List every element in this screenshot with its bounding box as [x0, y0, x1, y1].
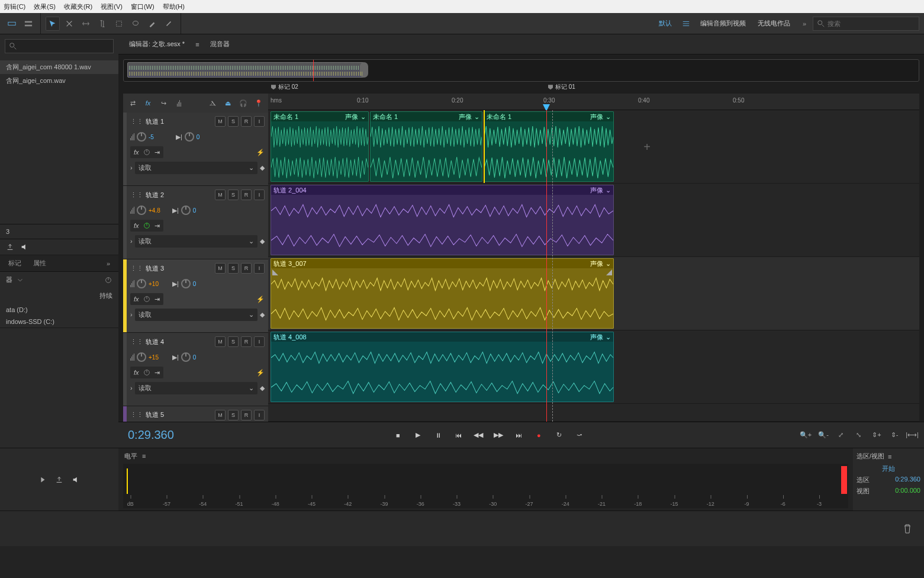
marker-02[interactable]: 标记 02: [271, 83, 298, 91]
pan-knob[interactable]: [181, 279, 191, 288]
lasso-tool-button[interactable]: [128, 17, 143, 31]
lightning-icon[interactable]: ⚡: [256, 369, 265, 377]
mute-button[interactable]: M: [215, 190, 226, 200]
track-lane-2[interactable]: 轨道 2_004声像 ⌄: [268, 184, 919, 257]
solo-button[interactable]: S: [228, 336, 239, 347]
power-icon[interactable]: [143, 295, 151, 303]
input-monitor-button[interactable]: I: [254, 336, 265, 347]
audio-clip[interactable]: 未命名 1声像 ⌄: [271, 111, 369, 182]
overview-handle[interactable]: [360, 62, 368, 78]
record-arm-button[interactable]: R: [241, 116, 252, 127]
mute-button[interactable]: M: [215, 410, 226, 420]
volume-knob[interactable]: [137, 132, 146, 142]
track-grip-icon[interactable]: ⋮⋮: [130, 118, 143, 126]
record-arm-button[interactable]: R: [241, 410, 252, 420]
tab-marker[interactable]: 标记: [2, 256, 27, 270]
marker-01[interactable]: 标记 01: [548, 83, 575, 91]
levels-meter[interactable]: dB -57 -54 -51 -48 -45 -42 -39 -36 -33 -…: [123, 464, 848, 508]
zoom-in-icon[interactable]: 🔍+: [799, 428, 813, 442]
play-small-icon[interactable]: [38, 476, 47, 484]
lightning-icon[interactable]: ⚡: [256, 296, 265, 303]
track-grip-icon[interactable]: ⋮⋮: [130, 338, 143, 346]
help-search-box[interactable]: [813, 17, 919, 31]
fx-route-icon[interactable]: ⇥: [154, 369, 160, 377]
playhead-line[interactable]: [546, 110, 547, 422]
mute-button[interactable]: M: [215, 116, 226, 127]
play-button[interactable]: ▶: [410, 427, 426, 444]
headphone-icon[interactable]: 🎧: [237, 97, 249, 109]
metronome-icon[interactable]: Ⲇ: [207, 97, 218, 109]
fx-route-icon[interactable]: ⇥: [154, 222, 160, 230]
zoom-fit-icon[interactable]: ⤢: [834, 428, 848, 442]
automation-mode[interactable]: 读取⌄: [135, 235, 257, 248]
expand-icon[interactable]: ›: [130, 164, 133, 171]
input-monitor-button[interactable]: I: [254, 410, 265, 420]
move-tool-button[interactable]: [46, 17, 60, 31]
track-name[interactable]: 轨道 2: [146, 191, 213, 200]
menu-help[interactable]: 帮助(H): [163, 2, 185, 11]
volume-value[interactable]: +4.8: [149, 207, 162, 214]
menu-edit[interactable]: 剪辑(C): [4, 2, 25, 11]
audio-clip[interactable]: 轨道 2_004声像 ⌄: [271, 185, 614, 255]
fx-toggle-icon[interactable]: fx: [142, 97, 154, 109]
trash-icon[interactable]: [903, 524, 912, 534]
marquee-tool-button[interactable]: [112, 17, 126, 31]
zoom-v-out-icon[interactable]: ⇕-: [887, 428, 902, 442]
track-lane-1[interactable]: 未命名 1声像 ⌄ 未命名 1声像 ⌄ 未命名 1声像 ⌄: [268, 110, 919, 184]
snap-icon[interactable]: ⏏: [222, 97, 234, 109]
rewind-button[interactable]: ◀◀: [470, 427, 487, 444]
pause-button[interactable]: ⏸: [430, 427, 446, 444]
tab-editor[interactable]: 编辑器: 之歌.sesx *: [123, 37, 191, 51]
pan-value[interactable]: 0: [193, 207, 206, 214]
volume-knob[interactable]: [137, 279, 146, 288]
menu-view[interactable]: 视图(V): [101, 2, 123, 11]
pan-value[interactable]: 0: [193, 281, 206, 287]
solo-button[interactable]: S: [228, 116, 239, 127]
marker-bar[interactable]: 标记 02 标记 01: [123, 83, 919, 94]
record-arm-button[interactable]: R: [241, 190, 252, 200]
send-icon[interactable]: ↪: [157, 97, 169, 109]
pan-knob[interactable]: [181, 205, 191, 215]
track-lane-3[interactable]: 轨道 3_007声像 ⌄: [268, 257, 919, 330]
automation-mode[interactable]: 读取⌄: [135, 162, 257, 174]
track-name[interactable]: 轨道 3: [146, 264, 213, 273]
timeline[interactable]: hms 0:10 0:20 0:30 0:40 0:50 未命名 1声像 ⌄: [268, 94, 919, 422]
chevron-down-icon[interactable]: [16, 276, 24, 284]
menu-window[interactable]: 窗口(W): [131, 2, 154, 11]
record-button[interactable]: ●: [530, 427, 547, 444]
pan-value[interactable]: 0: [193, 354, 206, 361]
razor-tool-button[interactable]: [62, 17, 76, 31]
workspace-radio[interactable]: 无线电作品: [752, 17, 796, 30]
file-item[interactable]: 含网_aigei_com.wav: [0, 74, 118, 88]
track-head-4[interactable]: ⋮⋮轨道 4MSRI +15▶|0 fx⇥⚡ ›读取⌄◆: [123, 333, 268, 406]
track-name[interactable]: 轨道 1: [146, 117, 213, 126]
overview-region[interactable]: [127, 62, 364, 78]
overview-bar[interactable]: [123, 59, 919, 82]
volume-value[interactable]: +10: [149, 281, 162, 287]
audio-clip[interactable]: 未命名 1声像 ⌄: [484, 111, 614, 182]
slip-tool-button[interactable]: [79, 17, 93, 31]
track-name[interactable]: 轨道 5: [146, 410, 213, 419]
panel-more-icon[interactable]: »: [101, 258, 116, 269]
sel-value[interactable]: 0:29.360: [895, 476, 920, 484]
time-select-tool-button[interactable]: [95, 17, 110, 31]
tab-mixer[interactable]: 混音器: [204, 37, 236, 51]
expand-icon[interactable]: ›: [130, 384, 133, 391]
zoom-out-icon[interactable]: 🔍-: [816, 428, 830, 442]
volume-knob[interactable]: [137, 205, 146, 215]
power-icon[interactable]: [104, 276, 112, 284]
timecode-display[interactable]: 0:29.360: [123, 428, 179, 442]
workspace-default[interactable]: 默认: [653, 17, 678, 30]
audio-clip[interactable]: 未命名 1声像 ⌄: [370, 111, 482, 182]
heal-tool-button[interactable]: [162, 17, 176, 31]
files-search-box[interactable]: [5, 39, 114, 53]
pan-value[interactable]: 0: [197, 134, 210, 140]
expand-icon[interactable]: ›: [130, 311, 133, 318]
export-icon[interactable]: [6, 243, 14, 251]
bars-icon[interactable]: [173, 97, 185, 109]
track-head-2[interactable]: ⋮⋮轨道 2MSRI +4.8▶|0 fx⇥ ›读取⌄◆: [123, 186, 268, 259]
panel-menu-icon[interactable]: ≡: [888, 453, 891, 460]
track-lane-4[interactable]: 轨道 4_008声像 ⌄: [268, 330, 919, 404]
power-icon[interactable]: [143, 368, 151, 377]
fx-route-icon[interactable]: ⇥: [154, 296, 160, 303]
